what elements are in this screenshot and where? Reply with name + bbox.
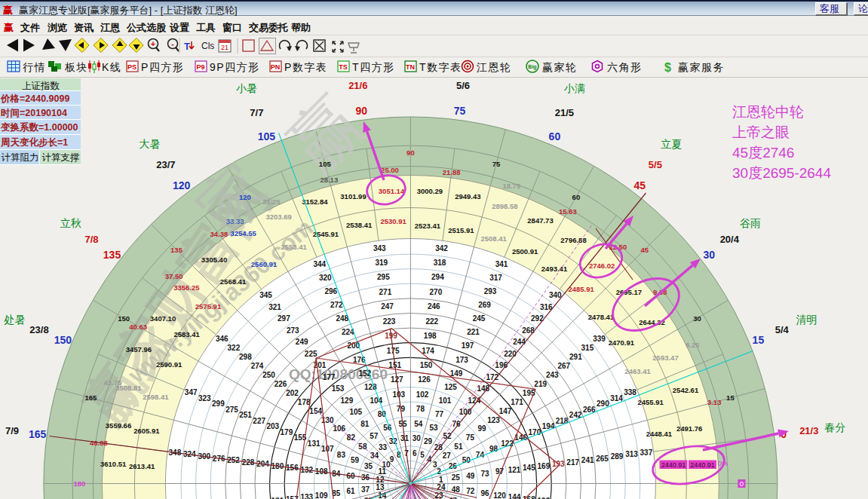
svg-text:29: 29 <box>424 437 433 445</box>
svg-text:49: 49 <box>466 472 475 480</box>
svg-text:106: 106 <box>333 424 345 433</box>
svg-text:15: 15 <box>753 334 765 346</box>
svg-text:222: 222 <box>425 317 438 326</box>
svg-text:267: 267 <box>557 362 570 370</box>
svg-text:2613.41: 2613.41 <box>129 462 155 470</box>
svg-text:344: 344 <box>313 260 326 268</box>
svg-text:3610.51: 3610.51 <box>100 460 127 468</box>
svg-text:2538.41: 2538.41 <box>346 221 373 229</box>
svg-text:2485.91: 2485.91 <box>568 285 594 293</box>
svg-text:7/7: 7/7 <box>250 107 263 118</box>
svg-text:145: 145 <box>523 464 535 472</box>
svg-text:314: 314 <box>610 394 623 403</box>
svg-text:15: 15 <box>726 393 735 402</box>
svg-text:7/8: 7/8 <box>84 234 98 245</box>
svg-text:3000.29: 3000.29 <box>417 187 443 195</box>
svg-text:15.63: 15.63 <box>559 207 577 216</box>
svg-text:PS: PS <box>127 63 136 71</box>
svg-text:347: 347 <box>185 388 198 396</box>
svg-text:198: 198 <box>424 332 437 340</box>
svg-text:30: 30 <box>413 434 422 442</box>
svg-text:31.25: 31.25 <box>262 197 281 206</box>
svg-text:60: 60 <box>549 130 561 142</box>
svg-text:313: 313 <box>625 450 638 458</box>
svg-text:289: 289 <box>611 452 624 461</box>
svg-text:2440.91: 2440.91 <box>690 461 715 469</box>
svg-text:40.63: 40.63 <box>129 323 147 331</box>
svg-text:2898.58: 2898.58 <box>492 202 517 210</box>
svg-text:2440.91: 2440.91 <box>661 461 686 469</box>
svg-text:3203.69: 3203.69 <box>266 213 292 221</box>
svg-text:219: 219 <box>534 380 547 388</box>
svg-text:2949.43: 2949.43 <box>455 192 480 201</box>
svg-text:342: 342 <box>435 244 448 253</box>
svg-text:2593.47: 2593.47 <box>652 354 678 362</box>
svg-text:+: + <box>151 39 155 48</box>
svg-text:320: 320 <box>319 274 332 282</box>
svg-text:2847.73: 2847.73 <box>527 216 553 225</box>
svg-text:59: 59 <box>351 456 360 464</box>
svg-text:2575.91: 2575.91 <box>195 302 222 311</box>
svg-text:2530.91: 2530.91 <box>380 217 406 225</box>
svg-text:152: 152 <box>358 369 371 378</box>
svg-text:149: 149 <box>450 369 463 378</box>
svg-text:2448.41: 2448.41 <box>646 430 673 438</box>
svg-text:341: 341 <box>495 260 508 268</box>
svg-text:2583.41: 2583.41 <box>173 330 200 338</box>
svg-text:27: 27 <box>443 452 452 460</box>
svg-text:318: 318 <box>434 259 446 267</box>
svg-text:296: 296 <box>324 287 337 295</box>
svg-text:K线: K线 <box>102 61 121 73</box>
svg-text:3051.14: 3051.14 <box>379 187 405 195</box>
svg-text:101: 101 <box>439 396 452 405</box>
svg-text:243: 243 <box>546 371 559 379</box>
svg-text:80: 80 <box>378 410 387 418</box>
svg-text:340: 340 <box>549 291 562 299</box>
svg-text:246: 246 <box>428 302 440 311</box>
svg-text:57: 57 <box>370 432 379 440</box>
svg-text:江恩轮: 江恩轮 <box>477 61 512 73</box>
svg-text:赢家轮: 赢家轮 <box>542 61 578 73</box>
svg-text:343: 343 <box>373 244 386 253</box>
svg-text:77: 77 <box>435 410 444 418</box>
svg-text:322: 322 <box>228 344 241 352</box>
svg-text:立夏: 立夏 <box>661 138 682 150</box>
svg-text:194: 194 <box>542 422 555 430</box>
svg-text:3.13: 3.13 <box>707 398 722 406</box>
svg-text:2478.41: 2478.41 <box>588 313 615 321</box>
svg-text:72: 72 <box>466 487 475 495</box>
svg-text:250: 250 <box>262 371 275 379</box>
svg-text:2508.41: 2508.41 <box>481 234 508 243</box>
svg-text:3101.99: 3101.99 <box>340 192 366 201</box>
svg-text:218: 218 <box>556 417 569 425</box>
svg-text:105: 105 <box>319 160 332 168</box>
svg-text:99: 99 <box>477 424 486 433</box>
svg-text:6: 6 <box>413 449 417 458</box>
svg-text:226: 226 <box>275 380 287 388</box>
svg-text:2491.76: 2491.76 <box>676 424 702 433</box>
svg-text:125: 125 <box>444 383 457 391</box>
svg-text:120: 120 <box>239 193 251 201</box>
svg-text:37.50: 37.50 <box>165 272 183 280</box>
svg-text:21/3: 21/3 <box>799 425 818 436</box>
svg-text:270: 270 <box>430 288 443 296</box>
svg-text:Cls: Cls <box>201 41 214 51</box>
svg-text:105: 105 <box>258 130 276 142</box>
svg-text:90: 90 <box>356 105 368 117</box>
svg-text:73: 73 <box>481 470 490 478</box>
svg-text:81: 81 <box>360 420 370 428</box>
svg-text:131: 131 <box>308 439 321 448</box>
svg-text:43.75: 43.75 <box>104 378 122 387</box>
svg-text:立秋: 立秋 <box>60 217 81 229</box>
svg-text:171: 171 <box>511 398 523 406</box>
svg-text:265: 265 <box>596 455 609 463</box>
svg-text:165: 165 <box>29 428 47 440</box>
svg-text:3457.96: 3457.96 <box>126 345 152 354</box>
svg-text:大暑: 大暑 <box>140 138 161 150</box>
svg-text:173: 173 <box>455 356 468 364</box>
svg-text:25.00: 25.00 <box>381 166 399 174</box>
svg-text:2455.91: 2455.91 <box>637 398 664 406</box>
svg-text:274: 274 <box>251 362 264 370</box>
svg-text:273: 273 <box>287 326 299 335</box>
svg-text:345: 345 <box>259 291 272 299</box>
